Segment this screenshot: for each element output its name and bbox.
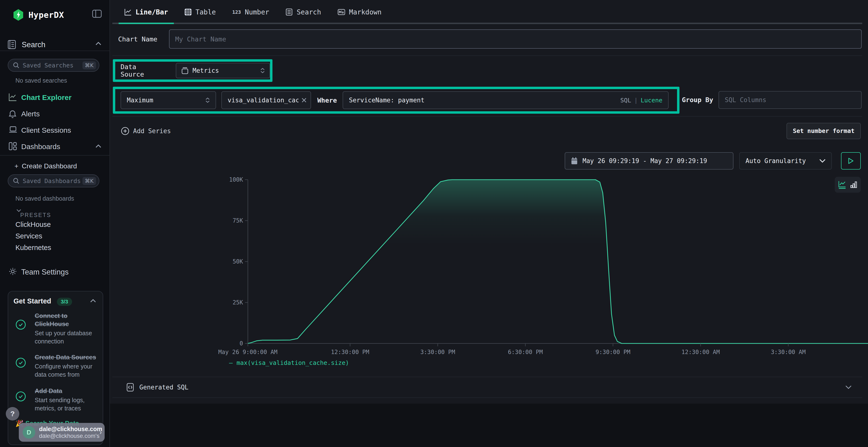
group-by-input[interactable] xyxy=(718,91,862,109)
user-menu[interactable]: D dale@clickhouse.com dale@clickhouse.co… xyxy=(19,423,105,442)
svg-text:12:30:00 AM: 12:30:00 AM xyxy=(681,349,720,355)
timeseries-chart: 025K50K75K100KMay 26 9:00:00 AM12:30:00 … xyxy=(216,173,868,366)
presets-header[interactable]: PRESETS xyxy=(17,209,51,218)
chart-name-row: Chart Name xyxy=(118,29,862,49)
search-icon xyxy=(13,178,19,184)
chevron-down-icon xyxy=(17,209,51,212)
tab-label: Table xyxy=(195,8,216,16)
set-number-format-button[interactable]: Set number format xyxy=(786,123,861,139)
saved-dashboards-input[interactable]: ⌘K xyxy=(8,174,99,187)
tab-label: Line/Bar xyxy=(135,8,168,16)
help-button[interactable]: ? xyxy=(6,407,19,420)
metric-tag-label: visa_validation_cach xyxy=(227,97,299,104)
granularity-select[interactable]: Auto Granularity xyxy=(739,152,832,170)
tab-bar: Line/Bar Table 123 Number Search xyxy=(112,0,862,24)
preset-clickhouse[interactable]: ClickHouse xyxy=(16,220,51,229)
gear-icon xyxy=(9,267,17,276)
checklist-item[interactable]: Create Data Sources Configure where your… xyxy=(13,353,98,379)
svg-text:May 26 9:00:00 AM: May 26 9:00:00 AM xyxy=(218,349,278,355)
get-started-title[interactable]: Get Started xyxy=(13,297,51,305)
sidebar-item-client-sessions[interactable]: Client Sessions xyxy=(0,124,110,139)
number-123-icon: 123 xyxy=(232,9,241,15)
tab-markdown[interactable]: Markdown xyxy=(332,0,388,24)
create-dashboard-button[interactable]: +Create Dashboard xyxy=(14,162,77,170)
code-icon xyxy=(126,383,134,391)
saved-searches-field[interactable] xyxy=(23,62,83,69)
sidebar-item-label: Chart Explorer xyxy=(21,94,71,102)
checklist-item[interactable]: Connect to ClickHouse Set up your databa… xyxy=(13,312,98,345)
aggregation-select[interactable]: Maximum xyxy=(121,91,216,109)
presets-header-label: PRESETS xyxy=(20,212,51,218)
dashboard-grid-icon xyxy=(9,142,17,150)
main-content: Line/Bar Table 123 Number Search xyxy=(110,0,868,447)
granularity-value: Auto Granularity xyxy=(745,157,819,165)
group-by-field[interactable] xyxy=(725,96,856,104)
divider xyxy=(112,398,862,398)
database-icon xyxy=(181,66,189,75)
checklist-item-subtitle: Configure where your data comes from xyxy=(35,362,98,379)
line-chart-icon xyxy=(9,93,17,101)
shortcut-badge: ⌘K xyxy=(83,61,96,69)
where-field[interactable] xyxy=(349,97,620,104)
chart-name-input[interactable] xyxy=(169,29,862,49)
checklist-item-title: Create Data Sources xyxy=(35,353,98,361)
metric-tag[interactable]: visa_validation_cach xyxy=(221,91,311,109)
get-started-progress-badge: 3/3 xyxy=(57,298,72,306)
date-range-picker[interactable]: May 26 09:29:19 - May 27 09:29:19 xyxy=(565,152,734,170)
calendar-icon xyxy=(571,157,578,165)
tab-label: Search xyxy=(297,8,321,16)
divider xyxy=(112,116,862,116)
add-series-label: Add Series xyxy=(133,128,171,135)
saved-searches-input[interactable]: ⌘K xyxy=(8,59,99,72)
select-chevrons-icon xyxy=(260,68,265,73)
run-query-button[interactable] xyxy=(841,152,861,170)
saved-dashboards-field[interactable] xyxy=(23,177,83,184)
lucene-toggle[interactable]: Lucene xyxy=(641,97,662,104)
data-source-value: Metrics xyxy=(193,67,260,74)
checklist-item-subtitle: Set up your database connection xyxy=(35,329,98,345)
sidebar-item-dashboards[interactable]: Dashboards xyxy=(0,141,110,155)
sql-toggle[interactable]: SQL xyxy=(620,97,631,104)
list-icon xyxy=(285,8,293,16)
app-title: HyperDX xyxy=(28,10,64,20)
sidebar: HyperDX Search ⌘K No saved searches xyxy=(0,0,110,447)
data-source-label: Data Source xyxy=(121,63,164,78)
tab-line-bar[interactable]: Line/Bar xyxy=(119,0,174,24)
sidebar-item-team-settings[interactable]: Team Settings xyxy=(0,266,110,280)
chevron-up-icon xyxy=(95,144,101,148)
data-source-select[interactable]: Metrics xyxy=(176,63,270,78)
get-started-panel: Get Started 3/3 Connect to ClickHouse Se… xyxy=(8,291,103,445)
add-series-button[interactable]: Add Series xyxy=(121,124,171,138)
preset-kubernetes[interactable]: Kubernetes xyxy=(16,244,51,252)
close-icon[interactable] xyxy=(301,98,307,103)
where-input[interactable]: SQL|Lucene xyxy=(343,91,669,109)
chart-name-field[interactable] xyxy=(175,35,856,43)
preset-services[interactable]: Services xyxy=(16,232,42,240)
svg-text:3:30:00 AM: 3:30:00 AM xyxy=(771,349,806,355)
laptop-icon xyxy=(9,126,18,133)
chevron-up-icon[interactable] xyxy=(90,299,96,303)
legend-dash-icon: — xyxy=(229,359,233,366)
chart-explorer-page: HyperDX Search ⌘K No saved searches xyxy=(0,0,868,447)
checklist-item-subtitle: Start sending logs, metrics, or traces xyxy=(35,396,98,412)
sidebar-item-chart-explorer[interactable]: Chart Explorer xyxy=(0,92,110,106)
tab-search[interactable]: Search xyxy=(280,0,327,24)
sidebar-item-alerts[interactable]: Alerts xyxy=(0,108,110,122)
chart-legend[interactable]: — max(visa_validation_cache.size) xyxy=(229,359,349,366)
check-circle-icon xyxy=(16,357,26,368)
footer-strip xyxy=(110,404,868,447)
svg-text:25K: 25K xyxy=(233,299,243,306)
tab-number[interactable]: 123 Number xyxy=(226,0,275,24)
logo-row: HyperDX xyxy=(0,7,110,24)
plus-icon: + xyxy=(14,162,18,170)
sidebar-collapse-icon[interactable] xyxy=(92,10,102,18)
tab-label: Number xyxy=(245,8,269,16)
svg-text:50K: 50K xyxy=(233,258,243,265)
select-chevrons-icon xyxy=(206,98,210,103)
aggregation-value: Maximum xyxy=(127,97,206,104)
svg-text:6:30:00 PM: 6:30:00 PM xyxy=(508,349,543,355)
tab-table[interactable]: Table xyxy=(179,0,222,24)
tab-label: Markdown xyxy=(349,8,382,16)
checklist-item[interactable]: Add Data Start sending logs, metrics, or… xyxy=(13,387,98,412)
generated-sql-toggle[interactable]: Generated SQL xyxy=(112,377,862,398)
